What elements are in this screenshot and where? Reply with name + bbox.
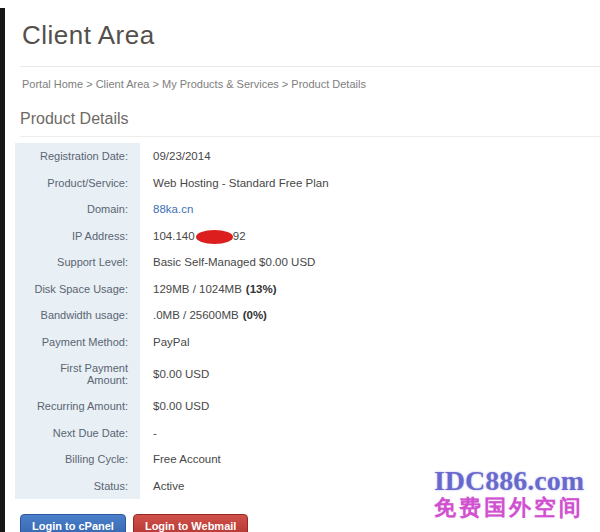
field-label: Registration Date: [15,143,140,170]
page-title: Client Area [22,20,600,51]
bandwidth-usage-percent: (0%) [243,309,267,321]
field-label: Bandwidth usage: [15,302,140,329]
domain-link[interactable]: 88ka.cn [153,203,193,215]
breadcrumb[interactable]: Portal Home > Client Area > My Products … [22,78,600,90]
table-row-domain: Domain: 88ka.cn [15,196,420,223]
field-value: .0MB / 25600MB (0%) [140,309,267,321]
disk-usage-percent: (13%) [246,283,277,295]
field-value: Free Account [140,453,221,465]
field-label: Domain: [15,196,140,223]
field-value: - [140,427,157,439]
disk-usage-text: 129MB / 1024MB [153,283,242,295]
field-value: $0.00 USD [140,368,209,380]
field-value: Web Hosting - Standard Free Plan [140,177,329,189]
field-label: Payment Method: [15,329,140,356]
field-label: Next Due Date: [15,420,140,447]
table-row-status: Status: Active [15,473,420,500]
table-row-bandwidth: Bandwidth usage: .0MB / 25600MB (0%) [15,302,420,329]
ip-prefix: 104.140 [153,230,195,242]
field-value: 88ka.cn [140,203,193,215]
table-row-next-due-date: Next Due Date: - [15,420,420,447]
action-buttons: Login to cPanel Login to Webmail [20,514,600,532]
field-value: Active [140,480,184,492]
field-label: First Payment Amount: [15,355,140,393]
table-row-disk-space: Disk Space Usage: 129MB / 1024MB (13%) [15,276,420,303]
field-label: Product/Service: [15,170,140,197]
field-label: IP Address: [15,223,140,250]
left-edge-strip [0,8,5,532]
table-row-billing-cycle: Billing Cycle: Free Account [15,446,420,473]
field-value: 129MB / 1024MB (13%) [140,283,277,295]
field-label: Disk Space Usage: [15,276,140,303]
table-row-ip-address: IP Address: 104.140.92 [15,223,420,250]
field-value: 09/23/2014 [140,150,211,162]
header-divider [20,66,600,67]
ip-redaction-blob [196,230,233,244]
main-content: Client Area Portal Home > Client Area > … [15,0,600,532]
field-value: PayPal [140,336,189,348]
table-row-support-level: Support Level: Basic Self-Managed $0.00 … [15,249,420,276]
field-value: Basic Self-Managed $0.00 USD [140,256,315,268]
login-to-cpanel-button[interactable]: Login to cPanel [20,514,126,532]
table-row-recurring-amount: Recurring Amount: $0.00 USD [15,393,420,420]
table-row-first-payment: First Payment Amount: $0.00 USD [15,355,420,393]
field-value: $0.00 USD [140,400,209,412]
table-row-payment-method: Payment Method: PayPal [15,329,420,356]
field-value: 104.140.92 [140,229,246,243]
field-label: Support Level: [15,249,140,276]
section-title-product-details: Product Details [20,110,600,137]
table-row-registration-date: Registration Date: 09/23/2014 [15,143,420,170]
field-label: Status: [15,473,140,500]
bandwidth-usage-text: .0MB / 25600MB [153,309,239,321]
field-label: Billing Cycle: [15,446,140,473]
table-row-product-service: Product/Service: Web Hosting - Standard … [15,170,420,197]
login-to-webmail-button[interactable]: Login to Webmail [133,514,248,532]
product-details-table: Registration Date: 09/23/2014 Product/Se… [15,143,420,499]
field-label: Recurring Amount: [15,393,140,420]
